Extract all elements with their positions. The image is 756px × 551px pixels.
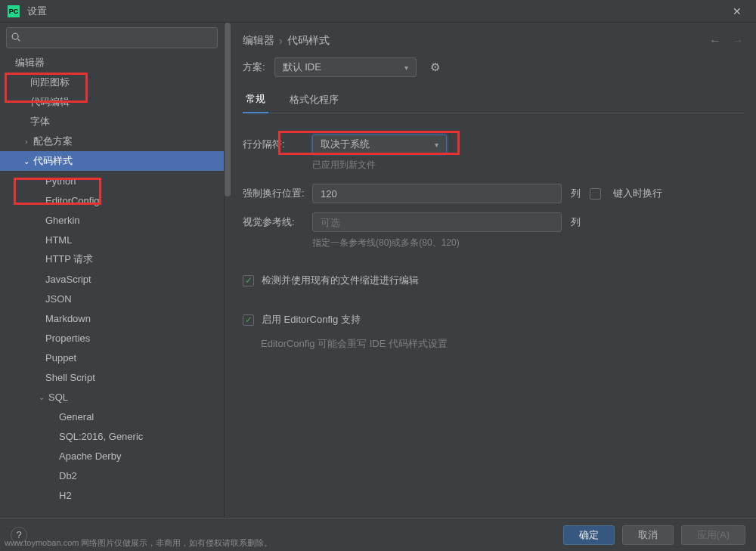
sidebar-item-label: Db2 [59,470,77,481]
watermark-text: www.toymoban.com 网络图片仅做展示，非商用，如有侵权请联系删除。 [5,537,272,549]
breadcrumb-leaf: 代码样式 [287,34,330,48]
tabs: 常规格式化程序 [243,91,744,113]
sidebar-item-label: Gherkin [45,215,80,226]
sidebar-item[interactable]: Db2 [0,466,224,485]
hard-wrap-label: 强制换行位置: [243,187,303,200]
sidebar-item[interactable]: Python [0,171,224,190]
visual-guides-label: 视觉参考线: [243,215,303,229]
detect-indent-label: 检测并使用现有的文件缩进进行编辑 [262,274,419,287]
sidebar-section-editor[interactable]: 编辑器 [0,53,224,73]
sidebar-item[interactable]: JavaScript [0,269,224,289]
line-separator-hint: 已应用到新文件 [312,159,744,172]
chevron-down-icon: ⌄ [21,157,32,166]
sidebar-item[interactable]: Gherkin [0,210,224,230]
sidebar-scrollbar[interactable] [225,23,231,518]
editorconfig-label: 启用 EditorConfig 支持 [262,313,361,327]
sidebar-item-label: SQL [48,392,68,403]
sidebar-item-label: Markdown [45,313,91,324]
sidebar-item-label: Puppet [45,352,76,364]
row-hard-wrap: 强制换行位置: 列 键入时换行 [243,182,744,205]
sidebar-item[interactable]: HTTP 请求 [0,249,224,269]
scheme-row: 方案: 默认 IDE ▾ ⚙ [243,51,744,83]
sidebar-item-label: 字体 [30,115,50,128]
sidebar-item-label: JavaScript [45,274,91,285]
chevron-down-icon: ▾ [435,141,438,149]
line-separator-value: 取决于系统 [321,138,370,151]
sidebar-item-label: H2 [59,490,72,501]
tab[interactable]: 常规 [243,92,268,113]
sidebar-item[interactable]: SQL:2016, Generic [0,426,224,446]
chevron-down-icon: ▾ [404,63,408,72]
scheme-combo[interactable]: 默认 IDE ▾ [274,57,417,77]
chevron-right-icon: › [21,138,32,146]
sidebar-item-label: Apache Derby [59,450,121,462]
sidebar-item[interactable]: JSON [0,289,224,308]
nav-forward-icon[interactable]: → [732,34,744,48]
tab[interactable]: 格式化程序 [287,93,342,113]
cancel-button[interactable]: 取消 [622,525,674,545]
chevron-down-icon: ⌄ [36,393,47,401]
sidebar-item[interactable]: Puppet [0,348,224,367]
sidebar-item[interactable]: ⌄SQL [0,387,224,407]
settings-content: 编辑器 › 代码样式 ← → 方案: 默认 IDE ▾ ⚙ 常规格式化程序 行分… [231,23,756,518]
sidebar-item[interactable]: ›配色方案 [0,132,224,151]
editorconfig-subtext: EditorConfig 可能会重写 IDE 代码样式设置 [261,337,744,351]
sidebar-item[interactable]: Shell Script [0,367,224,387]
hard-wrap-input[interactable] [312,184,562,203]
scheme-label: 方案: [243,60,265,74]
search-field-wrap [0,23,224,53]
sidebar-item[interactable]: Properties [0,328,224,348]
gear-icon[interactable]: ⚙ [430,60,440,74]
wrap-on-typing-label: 键入时换行 [613,187,662,200]
sidebar-item-label: 代码编辑 [30,95,70,109]
sidebar-section-label: 编辑器 [15,56,45,70]
sidebar-item-label: Shell Script [45,372,95,383]
sidebar-item[interactable]: Markdown [0,308,224,328]
sidebar-item[interactable]: General [0,407,224,426]
sidebar-item[interactable]: 代码编辑 [0,92,224,112]
close-icon[interactable]: ✕ [726,5,748,17]
window-title: 设置 [27,5,726,18]
scheme-value: 默认 IDE [283,60,321,74]
wrap-on-typing-checkbox[interactable] [590,188,601,200]
search-input[interactable] [6,27,218,48]
sidebar-item-label: HTTP 请求 [45,252,93,266]
settings-sidebar: 编辑器 间距图标代码编辑字体›配色方案⌄代码样式PythonEditorConf… [0,23,225,518]
sidebar-item[interactable]: H2 [0,485,224,505]
detect-indent-checkbox[interactable] [243,275,254,286]
line-separator-label: 行分隔符: [243,138,303,151]
row-visual-guides: 视觉参考线: 列 [243,211,744,234]
sidebar-item[interactable]: 字体 [0,112,224,132]
sidebar-item-label: 间距图标 [30,76,70,89]
row-detect-indent: 检测并使用现有的文件缩进进行编辑 [243,274,744,287]
sidebar-tree[interactable]: 间距图标代码编辑字体›配色方案⌄代码样式PythonEditorConfigGh… [0,73,224,518]
form-general: 行分隔符: 取决于系统 ▾ 已应用到新文件 强制换行位置: 列 键入时换行 视觉… [243,113,744,351]
apply-button[interactable]: 应用(A) [681,525,745,545]
nav-back-icon[interactable]: ← [709,34,721,48]
breadcrumb-root[interactable]: 编辑器 [243,34,274,48]
ok-button[interactable]: 确定 [563,525,615,545]
hard-wrap-unit: 列 [571,187,581,200]
breadcrumb-separator: › [279,35,283,47]
sidebar-item[interactable]: Apache Derby [0,446,224,466]
row-line-separator: 行分隔符: 取决于系统 ▾ [243,133,744,156]
editorconfig-checkbox[interactable] [243,314,254,326]
line-separator-combo[interactable]: 取决于系统 ▾ [312,135,447,154]
scrollbar-thumb[interactable] [225,23,231,197]
visual-guides-unit: 列 [571,215,581,229]
sidebar-item[interactable]: 间距图标 [0,73,224,92]
sidebar-item[interactable]: ⌄代码样式 [0,151,224,171]
sidebar-item-label: JSON [45,293,72,305]
sidebar-item-label: 配色方案 [33,135,73,148]
sidebar-item[interactable]: EditorConfig [0,190,224,210]
sidebar-item[interactable]: HTML [0,230,224,249]
sidebar-item-label: SQL:2016, Generic [59,431,143,442]
sidebar-item-label: EditorConfig [45,195,100,206]
sidebar-item-label: General [59,411,94,423]
sidebar-item-label: Properties [45,333,90,344]
title-bar: PC 设置 ✕ [0,0,756,23]
visual-guides-input[interactable] [312,212,562,232]
app-icon: PC [8,5,20,17]
sidebar-item-label: Python [45,175,76,187]
row-editorconfig: 启用 EditorConfig 支持 [243,313,744,327]
